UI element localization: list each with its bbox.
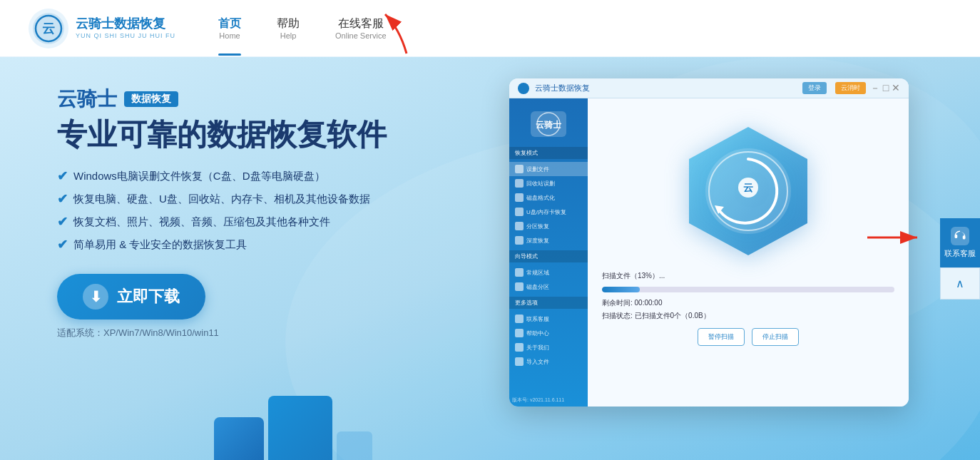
- sw-title-left: 云骑士数据恢复: [518, 83, 590, 94]
- sw-menu-recover-file[interactable]: 误删文件: [509, 162, 588, 176]
- check-icon-1: ✔: [57, 168, 68, 184]
- check-icon-2: ✔: [57, 191, 68, 207]
- progress-bar: [602, 287, 894, 292]
- sw-menu-recycle[interactable]: 回收站误删: [509, 176, 588, 190]
- sw-login-btn[interactable]: 登录: [802, 82, 827, 94]
- sw-menu-label-7: 常规区域: [526, 269, 549, 277]
- sw-section-1: 恢复模式: [509, 147, 588, 159]
- logo-sub-text: YUN QI SHI SHU JU HUI FU: [76, 32, 175, 40]
- sw-menu-icon-9: [515, 315, 524, 323]
- sw-menu-label-3: 磁盘格式化: [526, 194, 555, 202]
- scan-stats: 扫描文件（13%）... 剩余时间: 00:00:00 扫描状态: 已扫描文件0…: [602, 270, 894, 322]
- sw-menu-usb[interactable]: U盘/内存卡恢复: [509, 205, 588, 219]
- feature-text-4: 简单易用 & 专业安全的数据恢复工具: [73, 238, 247, 252]
- sw-body: 云骑士 恢复模式 误删文件 回收站误删: [509, 98, 909, 407]
- nav-home-en: Home: [219, 31, 240, 40]
- deco-box-1: [214, 417, 264, 460]
- sw-menu-label-12: 导入文件: [526, 358, 549, 366]
- feature-item-4: ✔ 简单易用 & 专业安全的数据恢复工具: [57, 237, 442, 252]
- sw-menu-format[interactable]: 磁盘格式化: [509, 190, 588, 205]
- deco-box-2: [268, 396, 332, 460]
- sw-menu-helpcenter[interactable]: 帮助中心: [509, 326, 588, 340]
- contact-label: 联系客服: [944, 248, 976, 259]
- right-content: 云骑士数据恢复 登录 云消时 － □ ✕ 云骑士: [442, 57, 980, 460]
- sw-title-logo: [518, 83, 529, 94]
- software-window: 云骑士数据恢复 登录 云消时 － □ ✕ 云骑士: [509, 78, 909, 407]
- svg-text:云骑士: 云骑士: [536, 120, 562, 130]
- sw-title-right: 登录 云消时 － □ ✕: [802, 82, 900, 95]
- sw-main-panel: 云 扫描文件（13%）... 剩余时间: 00:00:00 扫描状态: 已扫描文…: [588, 98, 909, 407]
- pause-scan-button[interactable]: 暂停扫描: [698, 328, 745, 346]
- compat-text: 适配系统：XP/Win7/Win8/Win10/win11: [57, 327, 442, 339]
- sw-menu-import[interactable]: 导入文件: [509, 354, 588, 369]
- download-button[interactable]: ⬇ 立即下载: [57, 274, 205, 320]
- feature-text-2: 恢复电脑、硬盘、U盘、回收站、内存卡、相机及其他设备数据: [73, 193, 370, 206]
- sw-menu-about[interactable]: 关于我们: [509, 340, 588, 354]
- sw-menu-icon-10: [515, 329, 524, 337]
- nav-help[interactable]: 帮助 Help: [277, 16, 300, 40]
- nav-help-cn: 帮助: [277, 16, 300, 31]
- scan-buttons: 暂停扫描 停止扫描: [698, 328, 799, 346]
- brand-badge: 数据恢复: [124, 91, 178, 107]
- main-nav: 首页 Home 帮助 Help 在线客服 Online Service: [218, 16, 387, 40]
- scroll-top-button[interactable]: ∧: [940, 267, 980, 300]
- sw-logo-area: 云骑士: [509, 106, 588, 143]
- title-row: 云骑士 数据恢复: [57, 86, 442, 113]
- deco-boxes: [214, 396, 372, 460]
- sw-menu-icon-1: [515, 165, 524, 173]
- progress-bar-fill: [602, 287, 640, 292]
- hex-container: 云: [677, 120, 820, 262]
- sw-menu-icon-3: [515, 193, 524, 202]
- sw-menu-icon-5: [515, 222, 524, 230]
- sw-menu-icon-12: [515, 357, 524, 366]
- scan-text: 扫描文件（13%）...: [602, 270, 894, 282]
- sw-menu-disk[interactable]: 磁盘分区: [509, 280, 588, 294]
- contact-service-button[interactable]: 联系客服: [940, 218, 980, 267]
- left-content: 云骑士 数据恢复 专业可靠的数据恢复软件 ✔ Windows电脑误删文件恢复（C…: [0, 57, 442, 460]
- sw-menu-label-2: 回收站误删: [526, 180, 555, 188]
- sw-menu-icon-8: [515, 282, 524, 291]
- headset-icon: [951, 227, 969, 245]
- sw-menu-label-8: 磁盘分区: [526, 283, 549, 291]
- sw-menu-common[interactable]: 常规区域: [509, 265, 588, 280]
- sw-controls: － □ ✕: [870, 82, 900, 95]
- hex-svg: 云: [677, 120, 820, 262]
- svg-text:云: 云: [743, 182, 753, 193]
- deco-box-3: [337, 431, 372, 460]
- sw-menu-label-11: 关于我们: [526, 344, 549, 352]
- nav-home-cn: 首页: [218, 16, 241, 31]
- sw-menu-label-6: 深度恢复: [526, 237, 549, 245]
- sw-menu-partition[interactable]: 分区恢复: [509, 219, 588, 233]
- sw-sidebar: 云骑士 恢复模式 误删文件 回收站误删: [509, 98, 588, 407]
- stop-scan-button[interactable]: 停止扫描: [752, 328, 799, 346]
- sw-menu-icon-2: [515, 179, 524, 188]
- sw-menu-icon-6: [515, 236, 524, 245]
- sw-menu-deep[interactable]: 深度恢复: [509, 233, 588, 247]
- logo-text: 云骑士数据恢复 YUN QI SHI SHU JU HUI FU: [76, 16, 175, 39]
- main-title: 专业可靠的数据恢复软件: [57, 118, 442, 151]
- scan-time: 剩余时间: 00:00:00: [602, 297, 894, 310]
- sw-menu-contact[interactable]: 联系客服: [509, 312, 588, 326]
- feature-item-2: ✔ 恢复电脑、硬盘、U盘、回收站、内存卡、相机及其他设备数据: [57, 191, 442, 207]
- sw-section-2: 向导模式: [509, 250, 588, 262]
- sw-menu-label-10: 帮助中心: [526, 329, 549, 337]
- check-icon-4: ✔: [57, 237, 68, 252]
- features-list: ✔ Windows电脑误删文件恢复（C盘、D盘等电脑硬盘） ✔ 恢复电脑、硬盘、…: [57, 168, 442, 252]
- brand-name: 云骑士: [57, 86, 117, 113]
- feature-item-3: ✔ 恢复文档、照片、视频、音频、压缩包及其他各种文件: [57, 214, 442, 230]
- check-icon-3: ✔: [57, 214, 68, 230]
- download-icon: ⬇: [83, 284, 108, 310]
- sw-section-3: 更多选项: [509, 297, 588, 309]
- feature-text-3: 恢复文档、照片、视频、音频、压缩包及其他各种文件: [73, 215, 330, 229]
- sw-logo-img: 云骑士: [531, 111, 566, 137]
- side-panel: 联系客服 ∧: [940, 218, 980, 300]
- nav-help-en: Help: [280, 31, 297, 40]
- sw-version: 版本号: v2021.11.6.111: [512, 397, 564, 404]
- logo-main-text: 云骑士数据恢复: [76, 16, 175, 32]
- logo-icon: 云: [29, 9, 68, 48]
- nav-home[interactable]: 首页 Home: [218, 16, 241, 40]
- feature-item-1: ✔ Windows电脑误删文件恢复（C盘、D盘等电脑硬盘）: [57, 168, 442, 184]
- sw-vip-btn[interactable]: 云消时: [835, 82, 866, 94]
- sw-menu-label-5: 分区恢复: [526, 223, 549, 230]
- sw-menu-label-9: 联系客服: [526, 315, 549, 323]
